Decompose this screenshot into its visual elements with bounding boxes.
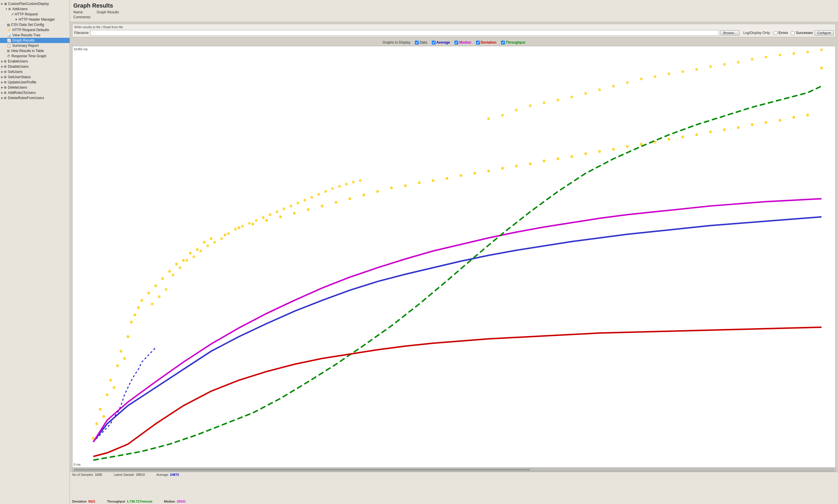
sidebar-item-csv-data-set[interactable]: ▤ CSV Data Set Config — [0, 22, 70, 27]
svg-point-103 — [529, 104, 532, 107]
median-checkbox[interactable] — [455, 41, 458, 44]
throughput-checkbox[interactable] — [501, 41, 505, 44]
sidebar-item-view-results-table[interactable]: ⊞ View Results in Table — [0, 48, 70, 53]
filename-input[interactable] — [90, 30, 719, 36]
sidebar-item-label: View Results in Table — [11, 49, 44, 53]
scrollbar-track[interactable] — [74, 469, 834, 471]
scrollbar-area — [72, 468, 836, 472]
svg-point-90 — [296, 202, 300, 205]
svg-point-27 — [252, 223, 254, 226]
gear-icon: ⚙ — [4, 65, 7, 69]
svg-point-52 — [598, 150, 601, 153]
arrow-icon: ▼ — [5, 7, 7, 11]
arrow-icon — [9, 13, 11, 16]
svg-point-115 — [696, 68, 698, 71]
sidebar-item-summary-report[interactable]: 📋 Summary Report — [0, 43, 70, 48]
median-series — [93, 199, 822, 442]
sidebar-item-label: GetUserStatus — [8, 75, 31, 79]
y-axis-top: 31455 ms — [74, 47, 88, 51]
sidebar-item-view-results-tree[interactable]: 📊 View Results Tree — [0, 33, 70, 38]
svg-point-88 — [283, 208, 286, 211]
deviation-checkbox[interactable] — [476, 41, 480, 44]
sidebar-item-label: UpdateUserProfile — [8, 80, 36, 84]
sidebar-item-disable-users[interactable]: ▶ ⚙ DisableUsers — [0, 64, 70, 69]
results-tree-icon: 📊 — [7, 33, 11, 37]
errors-checkbox-group[interactable]: Errors — [774, 31, 788, 35]
sidebar-item-delete-roles-from-users[interactable]: ▶ ⚙ DeleteRolesFromUsers — [0, 95, 70, 101]
deviation-checkbox-item[interactable]: Deviation — [476, 40, 496, 44]
sidebar-item-http-header-manager[interactable]: ✦ HTTP Header Manager — [0, 17, 70, 22]
sidebar-item-update-user-profile[interactable]: ▶ ⚙ UpdateUserProfile — [0, 79, 70, 85]
svg-point-100 — [487, 118, 490, 120]
deviation-stat-label: Deviation — [72, 500, 87, 503]
svg-point-19 — [175, 263, 178, 265]
throughput-stat-label: Throughput — [107, 500, 125, 503]
browse-button[interactable]: Browse... — [721, 30, 739, 35]
svg-point-62 — [737, 126, 740, 129]
svg-point-98 — [352, 180, 355, 183]
average-checkbox[interactable] — [432, 41, 435, 44]
svg-point-22 — [196, 248, 199, 251]
svg-point-36 — [376, 190, 379, 193]
file-section-title: Write results to file / Read from file — [74, 25, 834, 29]
median-checkbox-item[interactable]: Median — [455, 40, 471, 44]
latest-sample-label: Latest Sample — [114, 473, 134, 476]
svg-point-97 — [345, 183, 348, 186]
page-title: Graph Results — [73, 2, 835, 9]
sidebar-item-http-request[interactable]: ↗ HTTP Request — [0, 12, 70, 17]
sidebar-item-label: HTTP Header Manager — [19, 17, 55, 21]
arrow-icon: ▶ — [1, 70, 3, 73]
sidebar-item-add-roles-to-users[interactable]: ▶ ⚙ AddRolesToUsers — [0, 90, 70, 95]
successes-checkbox-group[interactable]: Successes — [791, 31, 813, 35]
sidebar-item-get-user-status[interactable]: ▶ ⚙ GetUserStatus — [0, 74, 70, 79]
svg-point-113 — [667, 72, 670, 75]
svg-point-87 — [276, 211, 278, 213]
file-section: Write results to file / Read from file F… — [72, 24, 836, 37]
sidebar-item-delete-users[interactable]: ▶ ⚙ DeleteUsers — [0, 85, 70, 90]
data-checkbox[interactable] — [415, 41, 419, 44]
sidebar-item-add-users[interactable]: ▼ ⚙ AddUsers — [0, 6, 70, 12]
svg-point-101 — [501, 114, 504, 116]
sidebar-item-label: EnableUsers — [8, 59, 28, 64]
successes-checkbox[interactable] — [791, 31, 794, 35]
svg-point-79 — [220, 237, 223, 240]
sidebar-item-custos-plan[interactable]: ▶ 🖥 CustosPlanCustomDeploy — [0, 1, 70, 6]
indent — [1, 28, 5, 32]
sidebar-item-label: GetUsers — [8, 70, 23, 74]
svg-point-13 — [137, 306, 140, 309]
arrow-icon — [5, 29, 6, 31]
svg-point-75 — [192, 255, 195, 258]
sidebar-item-graph-results[interactable]: 📈 Graph Results — [0, 38, 70, 43]
errors-checkbox[interactable] — [774, 31, 777, 35]
data-checkbox-item[interactable]: Data — [415, 40, 427, 44]
svg-point-37 — [390, 186, 393, 189]
svg-point-33 — [335, 201, 338, 204]
sidebar-item-http-defaults[interactable]: ⚡ HTTP Request Defaults — [0, 27, 70, 33]
svg-point-121 — [779, 53, 782, 56]
svg-point-119 — [751, 58, 754, 61]
svg-point-23 — [203, 241, 206, 244]
indent — [1, 49, 5, 53]
request-icon: ↗ — [11, 13, 14, 16]
deviation-stat: Deviation 5621 — [72, 500, 96, 503]
svg-point-9 — [123, 357, 126, 360]
configure-button[interactable]: Configure — [815, 30, 834, 35]
sidebar-item-response-time-graph[interactable]: ⏱ Response Time Graph — [0, 53, 70, 59]
svg-point-15 — [147, 291, 150, 294]
arrow-icon: ▶ — [1, 81, 3, 84]
svg-point-116 — [709, 65, 712, 68]
throughput-checkbox-item[interactable]: Throughput — [501, 40, 525, 44]
sidebar-item-enable-users[interactable]: ▶ ⚙ EnableUsers — [0, 59, 70, 64]
average-checkbox-item[interactable]: Average — [432, 40, 450, 44]
arrow-icon — [5, 49, 6, 52]
svg-point-42 — [459, 174, 462, 177]
arrow-icon: ▶ — [1, 65, 3, 68]
table-icon: ⊞ — [7, 49, 10, 53]
scrollbar-thumb[interactable] — [74, 469, 530, 471]
chart-svg — [72, 46, 835, 467]
average-stat: Average 24872 — [156, 473, 179, 476]
sidebar-item-get-users[interactable]: ▶ ⚙ GetUsers — [0, 69, 70, 74]
arrow-icon: ▶ — [1, 60, 3, 63]
filename-label: Filename — [74, 31, 88, 35]
no-of-samples-stat: No of Samples 1000 — [72, 473, 102, 476]
